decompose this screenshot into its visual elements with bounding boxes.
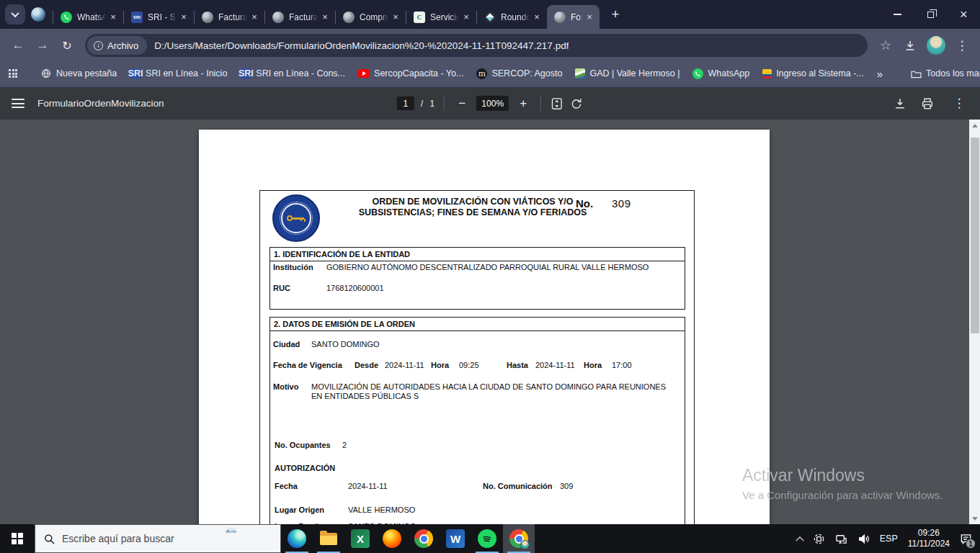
scroll-down-arrow[interactable] [969, 513, 980, 524]
pdf-more-icon[interactable] [948, 93, 970, 114]
scrollbar[interactable] [969, 120, 980, 524]
taskbar-spotify[interactable] [471, 524, 503, 553]
search-highlight-image[interactable] [217, 525, 280, 552]
forward-button[interactable] [32, 35, 53, 56]
fecha-label: Fecha [275, 482, 298, 490]
language-indicator[interactable]: ESP [875, 524, 903, 553]
profile-avatar[interactable] [927, 36, 945, 55]
action-center-button[interactable]: 1 [955, 524, 977, 553]
taskbar-word[interactable]: W [440, 524, 471, 553]
taskbar-chrome[interactable] [408, 524, 440, 553]
address-bar[interactable]: i Archivo D:/Users/Master/Downloads/Form… [85, 34, 868, 57]
tray-expand-chevron[interactable] [792, 524, 808, 553]
hora1-value: 09:25 [459, 361, 479, 369]
close-icon[interactable] [249, 12, 260, 23]
globe-icon [202, 12, 213, 23]
close-icon[interactable] [178, 12, 190, 23]
minimize-button[interactable] [881, 0, 914, 29]
close-icon[interactable] [584, 12, 595, 23]
scroll-up-arrow[interactable] [969, 120, 980, 131]
tab-whatsapp[interactable]: WhatsApp [53, 5, 123, 29]
zoom-in-button[interactable] [515, 96, 531, 111]
back-button[interactable] [7, 35, 29, 56]
file-scheme-chip[interactable]: i Archivo [87, 36, 147, 55]
spotify-icon [478, 529, 496, 548]
page-number-input[interactable]: 1 [397, 96, 414, 110]
reload-button[interactable] [56, 35, 78, 56]
print-icon[interactable] [921, 97, 934, 110]
tab-strip: WhatsApp SRI SRI - SISTEM Factura - 20 F… [0, 0, 980, 29]
bookmark-sri-inicio[interactable]: SRI SRI en Línea - Inicio [130, 68, 227, 78]
zoom-level-input[interactable]: 100% [476, 96, 509, 111]
close-icon[interactable] [460, 12, 472, 23]
globe-icon [343, 12, 355, 23]
notification-badge: 1 [966, 539, 976, 549]
tab-formulario-active[interactable]: Formulario [547, 5, 600, 29]
tab-roundcube[interactable]: Roundcube [477, 5, 547, 29]
watermark-line1: Activar Windows [742, 466, 943, 485]
bookmarks-overflow-icon[interactable] [877, 68, 883, 80]
fit-to-page-button[interactable] [551, 97, 564, 110]
network-icon[interactable] [830, 524, 852, 553]
globe-icon [272, 12, 284, 23]
all-bookmarks-button[interactable]: Todos los marcadores [910, 68, 980, 79]
close-icon[interactable] [531, 12, 543, 23]
pdf-menu-icon[interactable] [12, 99, 24, 108]
close-window-button[interactable] [947, 0, 980, 29]
origen-label: Lugar Origen [275, 505, 324, 514]
bookmark-gad-valle-hermoso[interactable]: GAD | Valle Hermoso | [575, 68, 680, 78]
close-icon[interactable] [390, 12, 401, 23]
bookmark-whatsapp[interactable]: WhatsApp [692, 68, 749, 79]
taskbar-chrome-active[interactable] [503, 524, 535, 553]
bookmark-label: SRI en Línea - Cons... [256, 68, 345, 78]
start-button[interactable] [0, 524, 35, 553]
chevron-down-icon [11, 9, 19, 17]
taskbar-file-explorer[interactable] [313, 524, 344, 553]
bookmark-sercop-agosto[interactable]: m SERCOP: Agosto [476, 68, 562, 79]
file-chip-label: Archivo [107, 40, 138, 51]
taskbar-excel[interactable]: X [344, 524, 376, 553]
new-tab-button[interactable] [605, 4, 625, 24]
bookmark-sri-consultas[interactable]: SRI SRI en Línea - Cons... [240, 68, 345, 78]
scrollbar-thumb[interactable] [971, 138, 979, 333]
tab-search-button[interactable] [5, 4, 25, 24]
pdf-page: ORDEN DE MOVILIZACIÓN CON VIÁTICOS Y/O S… [199, 130, 770, 524]
tab-label: WhatsApp [77, 12, 106, 22]
pdf-download-icon[interactable] [894, 97, 906, 110]
bookmark-nueva-pestana[interactable]: Nueva pestaña [40, 68, 117, 79]
ciudad-value: SANTO DOMINGO [311, 340, 380, 349]
rotate-button[interactable] [570, 97, 583, 110]
taskbar-edge[interactable] [281, 524, 313, 553]
tab-servicios[interactable]: C Servicios C [406, 5, 476, 29]
tab-factura-1[interactable]: Factura - 20 [195, 5, 264, 29]
tab-label: Roundcube [501, 12, 530, 22]
bookmark-sercopcapacita[interactable]: SercopCapacita - Yo... [358, 68, 463, 78]
hora2-label: Hora [584, 361, 602, 369]
browser-menu-icon[interactable] [951, 35, 973, 56]
section1-title: 1. IDENTIFICACIÓN DE LA ENTIDAD [270, 248, 685, 261]
globe-icon [554, 12, 566, 23]
pinned-tab-favicon[interactable] [31, 7, 45, 22]
tab-sri-sistema[interactable]: SRI SRI - SISTEM [124, 5, 194, 29]
bookmark-ingreso-sistema[interactable]: Ingreso al Sistema -... [762, 68, 864, 78]
tab-label: SRI - SISTEM [148, 12, 177, 22]
bookmark-label: SercopCapacita - Yo... [374, 68, 463, 78]
taskbar-firefox[interactable] [376, 524, 408, 553]
downloads-icon[interactable] [899, 35, 921, 56]
volume-icon[interactable] [852, 524, 875, 553]
taskbar-search-input[interactable]: Escribe aquí para buscar [35, 524, 281, 553]
comunicacion-label: No. Comunicación [483, 482, 553, 490]
zoom-out-button[interactable] [454, 96, 470, 111]
bookmark-star-icon[interactable] [875, 35, 896, 56]
restore-button[interactable] [914, 0, 947, 29]
tray-app-icon[interactable] [808, 524, 830, 553]
edge-icon [288, 529, 306, 548]
clock[interactable]: 09:26 11/11/2024 [903, 524, 955, 553]
tab-factura-2[interactable]: Factura - 20 [265, 5, 335, 29]
apps-grid-icon[interactable] [9, 69, 17, 78]
url-text: D:/Users/Master/Downloads/FormularioOrde… [154, 40, 569, 51]
close-icon[interactable] [107, 12, 119, 23]
tab-comprobar[interactable]: Comprobar [336, 5, 406, 29]
document-no-label: No. [576, 197, 593, 210]
close-icon[interactable] [319, 12, 331, 23]
